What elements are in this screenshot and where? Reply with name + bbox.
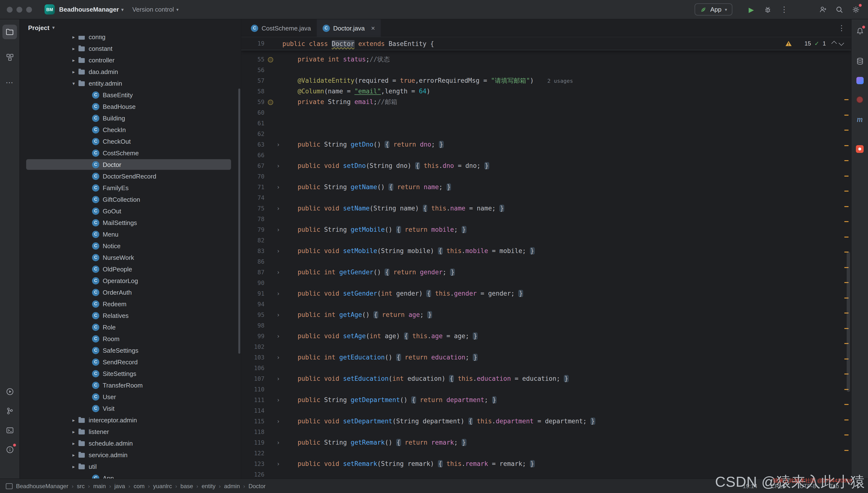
more-actions-icon[interactable]: ⋮ (779, 4, 789, 15)
line-number[interactable]: 86 (241, 256, 266, 267)
tree-item-sendrecord[interactable]: CSendRecord (20, 356, 241, 368)
code-line-87[interactable]: 87› public int getGender() { return gend… (241, 267, 851, 278)
breadcrumb-item-main[interactable]: main (93, 483, 106, 489)
inspections-widget[interactable]: 15 ✓ 1 (785, 37, 843, 50)
zoom-window-button[interactable] (26, 6, 32, 12)
fold-icon[interactable]: › (274, 224, 282, 235)
tree-item-menu[interactable]: CMenu (20, 228, 241, 240)
fold-icon[interactable]: › (274, 203, 282, 214)
line-number[interactable]: 106 (241, 363, 266, 373)
fold-icon[interactable]: › (274, 352, 282, 363)
breadcrumb-item-admin[interactable]: admin (224, 483, 240, 489)
line-number[interactable]: 118 (241, 427, 266, 437)
fold-icon[interactable]: › (274, 160, 282, 171)
stripe-warning-mark[interactable] (844, 434, 849, 435)
line-number[interactable]: 90 (241, 278, 266, 288)
chevron-right-icon[interactable]: ▸ (70, 452, 78, 457)
code-line-114[interactable]: 114 (241, 405, 851, 416)
chevron-right-icon[interactable]: ▸ (70, 429, 78, 434)
tree-item-orderauth[interactable]: COrderAuth (20, 286, 241, 298)
tree-item-dao.admin[interactable]: ▸dao.admin (20, 66, 241, 78)
project-scrollbar[interactable] (238, 88, 240, 353)
tree-item-goout[interactable]: CGoOut (20, 205, 241, 217)
code-line-66[interactable]: 66 (241, 150, 851, 160)
code-line-102[interactable]: 102 (241, 342, 851, 352)
fold-icon[interactable]: › (274, 373, 282, 384)
breadcrumb-item-doctor[interactable]: Doctor (248, 483, 266, 489)
fold-icon[interactable]: › (274, 309, 282, 320)
code-line-110[interactable]: 110 (241, 384, 851, 395)
fold-icon[interactable]: › (274, 459, 282, 469)
database-button[interactable] (855, 56, 865, 66)
tree-item-listener[interactable]: ▸listener (20, 426, 241, 437)
fold-icon[interactable]: › (274, 331, 282, 342)
line-number[interactable]: 62 (241, 129, 266, 140)
chevron-right-icon[interactable]: ▸ (70, 57, 78, 63)
line-number[interactable]: 61 (241, 118, 266, 129)
code-line-61[interactable]: 61 (241, 118, 851, 129)
stripe-warning-mark[interactable] (844, 221, 849, 222)
code-line-67[interactable]: 67› public void setDno(String dno) { thi… (241, 160, 851, 171)
code-line-74[interactable]: 74 (241, 193, 851, 203)
code-line-59[interactable]: 59 private String email;//邮箱 (241, 97, 851, 107)
next-problem-icon[interactable] (839, 40, 844, 46)
project-logo[interactable]: BM (44, 4, 55, 15)
maven-button[interactable]: m (855, 114, 865, 124)
tree-item-operatorlog[interactable]: COperatorLog (20, 275, 241, 286)
tree-item-entity.admin[interactable]: ▾entity.admin (20, 78, 241, 89)
tree-item-user[interactable]: CUser (20, 391, 241, 403)
line-number[interactable]: 102 (241, 342, 266, 352)
tree-item-doctorsendrecord[interactable]: CDoctorSendRecord (20, 170, 241, 182)
tree-item-building[interactable]: CBuilding (20, 112, 241, 124)
chevron-right-icon[interactable]: ▸ (70, 46, 78, 51)
tree-item-oldpeople[interactable]: COldPeople (20, 263, 241, 275)
run-config-selector[interactable]: App ▾ (695, 3, 732, 16)
fold-icon[interactable]: › (274, 437, 282, 448)
tree-item-util[interactable]: ▸util (20, 460, 241, 472)
line-number[interactable]: 107 (241, 373, 266, 384)
breadcrumb-project[interactable]: BeadhouseManager (16, 483, 68, 489)
editor-scrollbar-thumb[interactable] (847, 252, 850, 392)
tree-item-checkin[interactable]: CCheckIn (20, 124, 241, 135)
plugin-red-button[interactable] (855, 95, 865, 105)
tab-doctor-java[interactable]: C Doctor.java × (317, 19, 381, 37)
line-number[interactable]: 74 (241, 193, 266, 203)
stripe-warning-mark[interactable] (844, 450, 849, 451)
code-line-82[interactable]: 82 (241, 235, 851, 246)
tree-item-notice[interactable]: CNotice (20, 240, 241, 252)
code-line-58[interactable]: 58 @Column(name = "email",length = 64) (241, 86, 851, 97)
breadcrumb-item-entity[interactable]: entity (202, 483, 215, 489)
problems-tool-window-button[interactable] (5, 445, 15, 454)
tree-item-sitesettings[interactable]: CSiteSettings (20, 368, 241, 379)
line-number[interactable]: 122 (241, 448, 266, 459)
line-number[interactable]: 58 (241, 86, 266, 97)
git-tool-window-button[interactable] (5, 406, 15, 415)
project-tool-window-button[interactable] (2, 25, 17, 39)
tree-item-controller[interactable]: ▸controller (20, 54, 241, 66)
line-number[interactable]: 83 (241, 246, 266, 256)
terminal-tool-window-button[interactable] (5, 425, 15, 435)
add-user-icon[interactable] (817, 4, 828, 15)
line-number[interactable]: 103 (241, 352, 266, 363)
breadcrumb-item-yuanlrc[interactable]: yuanlrc (153, 483, 172, 489)
tree-item-room[interactable]: CRoom (20, 333, 241, 344)
plugin-orange-button[interactable] (855, 144, 865, 154)
stripe-warning-mark[interactable] (844, 191, 849, 192)
line-number[interactable]: 70 (241, 171, 266, 182)
tree-item-role[interactable]: CRole (20, 321, 241, 333)
tree-item-baseentity[interactable]: CBaseEntity (20, 89, 241, 101)
debug-icon[interactable] (762, 4, 773, 15)
code-line-75[interactable]: 75› public void setName(String name) { t… (241, 203, 851, 214)
tree-item-doctor[interactable]: CDoctor (20, 159, 241, 170)
code-line-79[interactable]: 79› public String getMobile() { return m… (241, 224, 851, 235)
stripe-warning-mark[interactable] (844, 404, 849, 405)
line-number[interactable]: 94 (241, 299, 266, 309)
code-line-94[interactable]: 94 (241, 299, 851, 309)
chevron-right-icon[interactable]: ▸ (70, 441, 78, 446)
fold-icon[interactable]: › (274, 140, 282, 150)
code-line-98[interactable]: 98 (241, 320, 851, 331)
run-button[interactable]: ▶ (746, 4, 756, 15)
code-line-123[interactable]: 123› public void setRemark(String remark… (241, 459, 851, 469)
line-number[interactable]: 111 (241, 395, 266, 405)
sticky-line-number[interactable]: 19 (241, 40, 266, 47)
